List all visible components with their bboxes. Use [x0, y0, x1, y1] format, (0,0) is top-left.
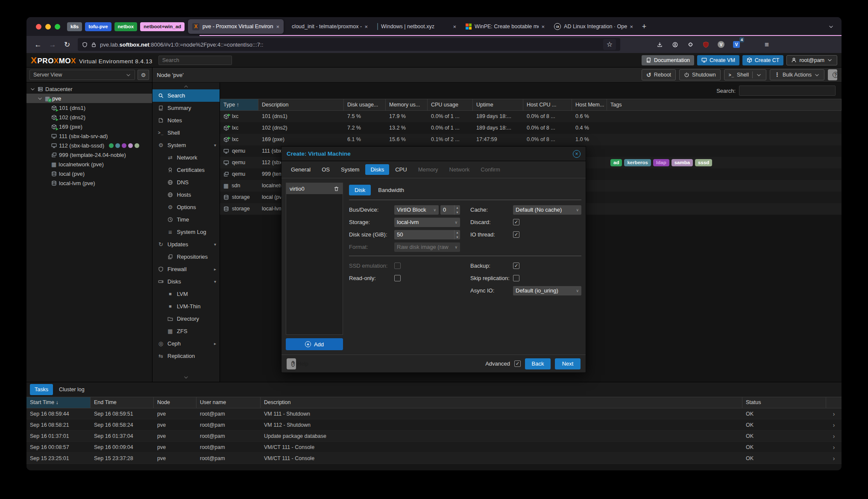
create-ct-button[interactable]: Create CT — [742, 55, 784, 65]
tab-close-icon[interactable]: × — [276, 24, 280, 30]
nav-menu-item[interactable]: Time — [152, 213, 220, 226]
tree-expander-icon[interactable] — [37, 96, 43, 101]
column-header[interactable]: Node — [154, 397, 196, 408]
toolbar-extension-icon[interactable] — [685, 39, 695, 50]
read-only-checkbox[interactable] — [394, 275, 401, 281]
column-header[interactable]: End Time — [91, 397, 154, 408]
table-search-input[interactable] — [739, 86, 836, 96]
tab-group-badge[interactable]: tofu-pve — [85, 22, 111, 31]
lock-icon[interactable] — [91, 42, 97, 47]
add-disk-button[interactable]: + Add — [286, 338, 343, 350]
tab-group-badge[interactable]: k8s — [67, 22, 82, 31]
browser-tab[interactable]: WinPE: Create bootable media | × — [461, 19, 549, 34]
column-header[interactable]: Start Time ↓ — [26, 397, 91, 408]
wizard-tab[interactable]: Memory — [413, 164, 443, 175]
nav-menu-item[interactable]: ⇆ Replication — [152, 350, 220, 362]
tree-item[interactable]: 999 (template-24.04-noble) — [26, 150, 152, 159]
expand-arrow-icon[interactable]: ▸ — [214, 267, 216, 272]
wizard-tab[interactable]: OS — [317, 164, 335, 175]
nav-menu-item[interactable]: ◎ Ceph ▸ — [152, 337, 220, 350]
task-row[interactable]: Sep 15 23:25:01 Sep 15 23:37:28 pve root… — [26, 453, 842, 464]
node-action-button[interactable]: ? Help — [828, 69, 837, 80]
tree-item[interactable]: ▦✓ pve — [26, 94, 152, 103]
browser-tab[interactable]: X pve - Proxmox Virtual Environme × — [188, 19, 284, 34]
trash-icon[interactable] — [334, 186, 339, 192]
column-header[interactable]: Uptime — [473, 99, 523, 110]
toolbar-extension-icon[interactable] — [747, 39, 757, 50]
column-header[interactable]: Description — [258, 99, 344, 110]
forward-icon[interactable]: → — [46, 38, 59, 51]
storage-select[interactable]: local-lvm∨ — [394, 218, 460, 227]
list-all-tabs-icon[interactable] — [828, 24, 834, 30]
tracking-protection-shield-icon[interactable] — [82, 42, 88, 47]
tab-close-icon[interactable]: × — [453, 24, 457, 30]
tree-settings-gear-icon[interactable]: ⚙ — [138, 70, 149, 80]
discard-checkbox[interactable] — [513, 219, 519, 225]
column-header[interactable]: CPU usage — [428, 99, 473, 110]
wizard-tab[interactable]: Disks — [365, 164, 389, 175]
back-icon[interactable]: ← — [32, 38, 44, 51]
traffic-light-button[interactable] — [45, 24, 51, 30]
documentation-button[interactable]: Documentation — [642, 55, 694, 65]
node-action-button[interactable]: Shutdown — [679, 69, 721, 80]
tab-close-icon[interactable]: × — [542, 24, 545, 30]
column-header[interactable]: Tags — [607, 99, 842, 110]
dialog-close-icon[interactable]: × — [573, 150, 581, 158]
bookmark-star-icon[interactable]: ☆ — [603, 39, 616, 50]
advanced-checkbox[interactable] — [514, 360, 521, 367]
nav-menu-item[interactable]: >_ Shell — [152, 127, 220, 139]
tab-close-icon[interactable]: × — [365, 24, 368, 30]
user-menu-button[interactable]: root@pam — [786, 55, 837, 65]
menu-icon[interactable]: ≡ — [760, 38, 773, 51]
nav-menu-item[interactable]: Search — [152, 89, 220, 102]
toolbar-extension-icon[interactable]: V 4 — [731, 39, 742, 50]
expand-arrow-icon[interactable]: ▸ — [214, 341, 216, 346]
column-header[interactable]: Status — [742, 397, 826, 408]
nav-menu-item[interactable]: Hosts — [152, 189, 220, 201]
table-row[interactable]: ▶lxc 169 (pxe) 6.1 % 15.6 % 0.1% of 2 ..… — [220, 134, 842, 145]
nav-menu-item[interactable]: ■ LVM — [152, 288, 220, 300]
disk-size-stepper[interactable]: 50 ▲▼ — [394, 230, 460, 239]
task-row[interactable]: Sep 16 00:08:57 Sep 16 00:09:04 pve root… — [26, 442, 842, 453]
tree-item[interactable]: local (pve) — [26, 169, 152, 178]
reload-icon[interactable]: ↻ — [61, 38, 73, 51]
task-row[interactable]: Sep 16 08:59:44 Sep 16 08:59:51 pve root… — [26, 408, 842, 419]
chevron-right-icon[interactable]: › — [826, 419, 842, 431]
nav-menu-item[interactable]: Summary — [152, 102, 220, 114]
nav-menu-item[interactable]: ⚙ Options — [152, 201, 220, 213]
column-header[interactable]: Disk usage... — [344, 99, 386, 110]
expand-arrow-icon[interactable]: ▾ — [214, 143, 216, 148]
chevron-down-icon[interactable] — [756, 72, 762, 78]
nav-scroll-up-icon[interactable] — [152, 83, 220, 89]
column-header[interactable]: Host Mem... — [572, 99, 607, 110]
backup-checkbox[interactable] — [513, 263, 519, 269]
tree-expander-icon[interactable] — [30, 86, 35, 92]
column-header[interactable]: User name — [196, 397, 261, 408]
table-row[interactable]: ▶lxc 102 (dns2) 7.2 % 13.2 % 0.0% of 1 .… — [220, 122, 842, 134]
global-search-input[interactable] — [158, 56, 232, 65]
browser-tab[interactable]: OI AD Linux Integration · Open × — [550, 19, 637, 34]
tab-close-icon[interactable]: × — [630, 24, 633, 30]
url-bar[interactable]: pve.lab.softbox.net:8006/#v1:0:=node%2Fp… — [78, 38, 620, 51]
wizard-tab[interactable]: CPU — [390, 164, 412, 175]
toolbar-extension-icon[interactable] — [701, 39, 711, 50]
node-action-button[interactable]: ⋮ Bulk Actions — [770, 69, 824, 80]
tree-item[interactable]: ▶ 101 (dns1) — [26, 103, 152, 112]
cache-select[interactable]: Default (No cache)∨ — [513, 205, 581, 215]
chevron-right-icon[interactable]: › — [826, 408, 842, 419]
tree-item[interactable]: Datacenter — [26, 84, 152, 94]
tree-item[interactable]: 112 (sbx-lab-sssd) — [26, 141, 152, 150]
column-header[interactable]: Description — [261, 397, 742, 408]
tasks-panel-tab[interactable]: Cluster log — [54, 384, 89, 395]
nav-scroll-down-icon[interactable] — [152, 374, 220, 380]
tree-item[interactable]: local-lvm (pve) — [26, 178, 152, 188]
expand-arrow-icon[interactable]: ▾ — [214, 242, 216, 247]
new-tab-button[interactable]: + — [638, 20, 651, 33]
traffic-light-button[interactable] — [36, 24, 41, 30]
bus-device-select[interactable]: VirtIO Block∨ — [394, 205, 439, 215]
chevron-right-icon[interactable]: › — [826, 453, 842, 464]
node-action-button[interactable]: >_ Shell — [724, 69, 766, 80]
nav-menu-item[interactable]: DNS — [152, 176, 220, 189]
wizard-tab[interactable]: Confirm — [475, 164, 505, 175]
expand-arrow-icon[interactable]: ▾ — [214, 279, 216, 284]
